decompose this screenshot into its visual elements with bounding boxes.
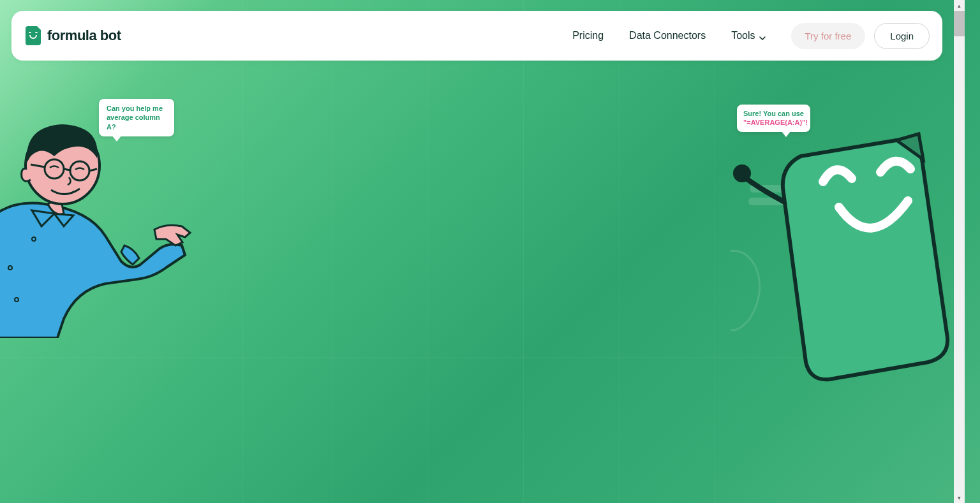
brand-name: formula bot [47, 27, 121, 44]
svg-point-11 [733, 164, 751, 182]
brand-logo[interactable]: formula bot [26, 26, 121, 45]
user-illustration: Can you help me average column A? [0, 121, 198, 338]
nav-buttons: Try for free Login [791, 23, 930, 49]
logo-icon [26, 26, 41, 45]
scrollbar-up-icon[interactable]: ▴ [954, 0, 965, 11]
svg-line-6 [64, 169, 70, 170]
vertical-scrollbar[interactable]: ▴ ▾ [954, 0, 965, 503]
bot-illustration: Sure! You can use "=AVERAGE(A:A)"! [731, 128, 954, 383]
chevron-down-icon [759, 33, 766, 39]
bot-bubble-line2: "=AVERAGE(A:A)"! [743, 119, 808, 126]
nav-link-data-connectors[interactable]: Data Connectors [629, 30, 706, 41]
nav-link-label: Data Connectors [629, 30, 706, 41]
person-svg [0, 121, 198, 338]
navbar: formula bot Pricing Data Connectors Tool… [11, 11, 942, 61]
bot-bubble-line1: Sure! You can use [743, 110, 804, 117]
user-speech-bubble: Can you help me average column A? [99, 99, 174, 136]
login-button[interactable]: Login [874, 23, 930, 49]
scrollbar-thumb[interactable] [954, 11, 965, 36]
bot-speech-bubble: Sure! You can use "=AVERAGE(A:A)"! [737, 105, 810, 132]
nav-link-label: Tools [731, 30, 755, 41]
nav-link-pricing[interactable]: Pricing [572, 30, 604, 41]
user-bubble-text: Can you help me average column A? [107, 105, 163, 131]
scrollbar-down-icon[interactable]: ▾ [954, 492, 965, 503]
nav-links: Pricing Data Connectors Tools [572, 30, 765, 41]
try-for-free-button[interactable]: Try for free [791, 23, 866, 49]
nav-link-tools[interactable]: Tools [731, 30, 765, 41]
nav-link-label: Pricing [572, 30, 604, 41]
bot-svg [731, 128, 954, 383]
